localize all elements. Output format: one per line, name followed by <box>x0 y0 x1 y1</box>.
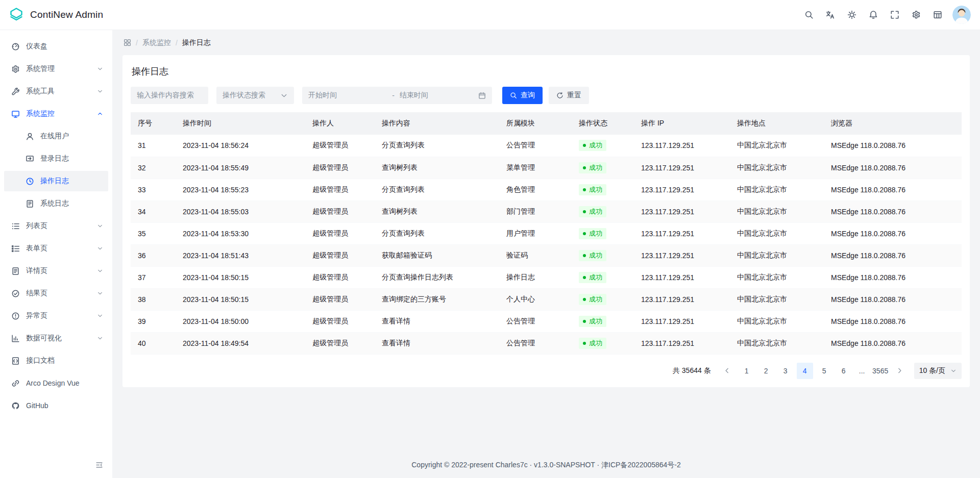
chevron-up-icon <box>97 111 103 117</box>
reset-button[interactable]: 重置 <box>549 87 589 104</box>
fullscreen-icon-button[interactable] <box>886 6 903 23</box>
sidebar-item-exception[interactable]: 异常页 <box>4 306 108 326</box>
date-range-picker[interactable]: 开始时间 - 结束时间 <box>302 87 492 104</box>
table-cell: 38 <box>131 288 176 310</box>
page-button-6[interactable]: 6 <box>836 363 852 379</box>
status-cell: 成功 <box>572 200 634 222</box>
table-row[interactable]: 392023-11-04 18:50:00超级管理员查看详情公告管理成功123.… <box>131 310 962 332</box>
table-row[interactable]: 372023-11-04 18:50:15超级管理员分页查询操作日志列表操作日志… <box>131 266 962 288</box>
table-row[interactable]: 402023-11-04 18:49:54超级管理员查看详情公告管理成功123.… <box>131 332 962 354</box>
sidebar-item-label: 列表页 <box>26 221 91 231</box>
status-badge: 成功 <box>579 272 606 283</box>
search-icon <box>804 10 814 19</box>
layout-grid-icon-button[interactable] <box>929 6 946 23</box>
chevron-down-icon <box>97 335 103 341</box>
table-cell: 2023-11-04 18:55:49 <box>176 157 305 179</box>
table-row[interactable]: 382023-11-04 18:50:15超级管理员查询绑定的三方账号个人中心成… <box>131 288 962 310</box>
table-row[interactable]: 332023-11-04 18:55:23超级管理员分页查询列表角色管理成功12… <box>131 179 962 200</box>
table-cell: MSEdge 118.0.2088.76 <box>824 266 962 288</box>
copyright-text: Copyright © 2022-present Charles7c · v1.… <box>411 461 681 469</box>
theme-icon-button[interactable] <box>843 6 861 23</box>
logo-icon <box>8 7 24 23</box>
sidebar-item-tools[interactable]: 系统工具 <box>4 81 108 102</box>
table-cell: 2023-11-04 18:49:54 <box>176 332 305 354</box>
sidebar-item-result[interactable]: 结果页 <box>4 283 108 304</box>
pagination-total: 共 35644 条 <box>673 366 711 375</box>
sidebar-item-link[interactable]: Arco Design Vue <box>4 373 108 393</box>
table-cell: 123.117.129.251 <box>634 157 730 179</box>
chevron-down-icon <box>280 92 288 99</box>
sidebar-item-github[interactable]: GitHub <box>4 395 108 416</box>
logo[interactable]: ContiNew Admin <box>8 7 103 23</box>
theme-icon <box>847 10 856 19</box>
sidebar-item-clock[interactable]: 操作日志 <box>4 171 108 191</box>
avatar[interactable] <box>952 6 971 24</box>
operation-log-card: 操作日志 输入操作内容搜索 操作状态搜索 开始时间 - 结束时间 查询 <box>122 55 970 387</box>
sidebar-item-api-doc[interactable]: 接口文档 <box>4 350 108 371</box>
settings-icon-button[interactable] <box>908 6 925 23</box>
table-cell: 公告管理 <box>499 310 572 332</box>
table-header-row: 序号操作时间操作人操作内容所属模块操作状态操作 IP操作地点浏览器 <box>131 112 962 135</box>
table-cell: 中国北京北京市 <box>730 157 824 179</box>
status-dot-icon <box>583 320 586 323</box>
notification-icon-button[interactable] <box>865 6 882 23</box>
table-cell: 查询树列表 <box>375 200 499 222</box>
table-cell: 123.117.129.251 <box>634 310 730 332</box>
page-button-2[interactable]: 2 <box>758 363 774 379</box>
table-row[interactable]: 322023-11-04 18:55:49超级管理员查询树列表菜单管理成功123… <box>131 157 962 179</box>
breadcrumb-item[interactable]: 系统监控 <box>142 38 171 47</box>
sidebar-item-detail[interactable]: 详情页 <box>4 261 108 281</box>
sidebar-item-file-log[interactable]: 系统日志 <box>4 193 108 214</box>
sidebar-item-list[interactable]: 列表页 <box>4 216 108 236</box>
layout-grid-icon <box>933 10 942 19</box>
page-button-5[interactable]: 5 <box>816 363 832 379</box>
search-button[interactable]: 查询 <box>502 87 543 104</box>
sidebar-item-label: 系统监控 <box>26 109 91 118</box>
status-dot-icon <box>583 210 586 213</box>
table-cell: 分页查询操作日志列表 <box>375 266 499 288</box>
calendar-icon <box>478 92 486 99</box>
page-button-3[interactable]: 3 <box>777 363 794 379</box>
sidebar-item-form[interactable]: 表单页 <box>4 238 108 259</box>
apps-icon[interactable] <box>124 39 131 46</box>
status-badge: 成功 <box>579 250 606 261</box>
sidebar-item-label: 系统工具 <box>26 87 91 96</box>
table-row[interactable]: 312023-11-04 18:56:24超级管理员分页查询列表公告管理成功12… <box>131 135 962 157</box>
table-cell: MSEdge 118.0.2088.76 <box>824 288 962 310</box>
sidebar-collapse-button[interactable] <box>92 458 106 472</box>
status-select[interactable]: 操作状态搜索 <box>216 87 294 104</box>
sidebar-item-user[interactable]: 在线用户 <box>4 126 108 146</box>
sidebar-item-login-log[interactable]: 登录日志 <box>4 148 108 169</box>
page-size-select[interactable]: 10 条/页 <box>914 363 962 379</box>
table-cell: 超级管理员 <box>305 332 375 354</box>
next-page-button[interactable] <box>892 363 908 379</box>
table-cell: MSEdge 118.0.2088.76 <box>824 157 962 179</box>
sidebar-item-gear[interactable]: 系统管理 <box>4 59 108 79</box>
table-row[interactable]: 342023-11-04 18:55:03超级管理员查询树列表部门管理成功123… <box>131 200 962 222</box>
page-button-4[interactable]: 4 <box>797 363 813 379</box>
page-button-3565[interactable]: 3565 <box>872 363 889 379</box>
sidebar-item-monitor[interactable]: 系统监控 <box>4 104 108 124</box>
page-button-1[interactable]: 1 <box>739 363 755 379</box>
search-icon-button[interactable] <box>800 6 818 23</box>
pagination-ellipsis[interactable]: ... <box>855 367 869 375</box>
table-cell: 查询树列表 <box>375 157 499 179</box>
prev-page-button[interactable] <box>719 363 736 379</box>
sidebar-item-label: GitHub <box>26 401 103 410</box>
table-cell: 菜单管理 <box>499 157 572 179</box>
status-badge: 成功 <box>579 338 606 349</box>
content-search-input[interactable]: 输入操作内容搜索 <box>131 87 208 104</box>
sidebar-item-chart[interactable]: 数据可视化 <box>4 328 108 348</box>
content-search-placeholder: 输入操作内容搜索 <box>137 91 194 100</box>
operation-log-table: 序号操作时间操作人操作内容所属模块操作状态操作 IP操作地点浏览器 312023… <box>131 112 962 355</box>
table-row[interactable]: 352023-11-04 18:53:30超级管理员分页查询列表用户管理成功12… <box>131 222 962 244</box>
table-cell: 中国北京北京市 <box>730 266 824 288</box>
sidebar-item-dashboard[interactable]: 仪表盘 <box>4 36 108 57</box>
table-cell: 分页查询列表 <box>375 179 499 200</box>
column-header: 操作 IP <box>634 112 730 135</box>
table-row[interactable]: 362023-11-04 18:51:43超级管理员获取邮箱验证码验证码成功12… <box>131 244 962 266</box>
translate-icon-button[interactable] <box>822 6 839 23</box>
status-cell: 成功 <box>572 332 634 354</box>
breadcrumb-item[interactable]: 操作日志 <box>182 38 211 47</box>
sidebar-item-label: 结果页 <box>26 289 91 298</box>
